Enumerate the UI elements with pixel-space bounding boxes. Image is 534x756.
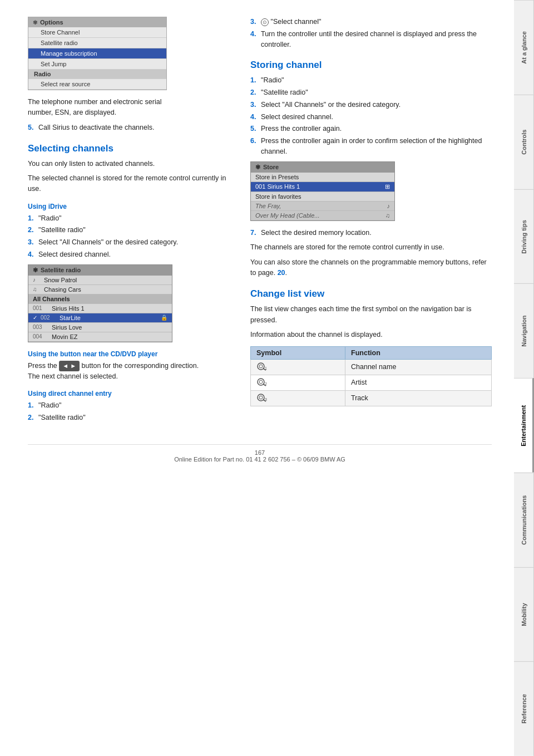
symbol-artist: 2 bbox=[251, 375, 345, 390]
change-list-para1: The list view changes each time the firs… bbox=[250, 304, 492, 326]
track-symbol-icon: 3 bbox=[256, 393, 268, 402]
satellite-radio-screenshot: ✾ Satellite radio ♪ Snow Patrol ♫ Chasin… bbox=[28, 264, 172, 342]
svg-point-1 bbox=[259, 365, 263, 368]
intro-step-5: 5. Call Sirius to deactivate the channel… bbox=[28, 122, 234, 133]
function-channel-name: Channel name bbox=[345, 359, 492, 375]
track-icon-store: ♫ bbox=[385, 212, 390, 219]
direct-step-2: 2. "Satellite radio" bbox=[28, 413, 234, 423]
selecting-channels-para1: You can only listen to activated channel… bbox=[28, 159, 234, 169]
page-number: 167 bbox=[255, 449, 265, 456]
menu-manage-subscription[interactable]: Manage subscription bbox=[28, 48, 166, 59]
store-step-1: 1. "Radio" bbox=[250, 75, 492, 86]
function-col-header: Function bbox=[345, 346, 492, 359]
store-title-bar: ✾ Store bbox=[251, 162, 394, 173]
symbol-col-header: Symbol bbox=[251, 346, 345, 359]
svg-text:3: 3 bbox=[265, 397, 267, 401]
tab-controls[interactable]: Controls bbox=[514, 95, 534, 189]
store-icon: ⊞ bbox=[385, 183, 390, 190]
using-button-heading: Using the button near the CD/DVD player bbox=[28, 350, 234, 358]
sat-all-channels: All Channels bbox=[28, 294, 172, 304]
menu-set-jump[interactable]: Set Jump bbox=[28, 59, 166, 70]
sat-channel-003[interactable]: 003 Sirius Love bbox=[28, 323, 172, 332]
stored-para: The channels are stored for the remote c… bbox=[250, 242, 492, 253]
idrive-step-4: 4. Select desired channel. bbox=[28, 249, 234, 260]
programmable-para: You can also store the channels on the p… bbox=[250, 257, 492, 279]
sat-title-bar: ✾ Satellite radio bbox=[28, 265, 172, 276]
svg-text:2: 2 bbox=[265, 382, 267, 386]
tab-mobility[interactable]: Mobility bbox=[514, 567, 534, 662]
storing-channel-heading: Storing channel bbox=[250, 60, 492, 71]
tab-at-a-glance[interactable]: At a glance bbox=[514, 0, 534, 95]
idrive-step-1: 1. "Radio" bbox=[28, 213, 234, 224]
right-step-3: 3. ⊙ "Select channel" bbox=[250, 17, 492, 27]
using-button-para: Press the ◄ ► button for the correspondi… bbox=[28, 361, 234, 382]
sat-channel-002[interactable]: ✓ 002 StarLite 🔒 bbox=[28, 313, 172, 323]
artist-symbol-icon: 2 bbox=[256, 377, 268, 386]
tab-reference[interactable]: Reference bbox=[514, 661, 534, 756]
right-step-7: 7. Select the desired memory location. bbox=[250, 228, 492, 238]
menu-store-channel[interactable]: Store Channel bbox=[28, 27, 166, 38]
right-top-steps: 3. ⊙ "Select channel" 4. Turn the contro… bbox=[250, 17, 492, 50]
tab-entertainment[interactable]: Entertainment bbox=[514, 378, 534, 473]
store-favorites-row[interactable]: Store in favorites bbox=[251, 192, 394, 202]
page-footer: 167 Online Edition for Part no. 01 41 2 … bbox=[28, 444, 492, 463]
menu-radio-section: Radio bbox=[28, 70, 166, 79]
bmw-sat-logo: ✾ bbox=[33, 267, 38, 274]
intro-paragraph: The telephone number and electronic seri… bbox=[28, 97, 234, 119]
idrive-step-3: 3. Select "All Channels" or the desired … bbox=[28, 237, 234, 248]
store-over-my-head-row: Over My Head (Cable... ♫ bbox=[251, 211, 394, 220]
track-icon: ♫ bbox=[33, 286, 41, 292]
select-channel-icon: ⊙ bbox=[261, 18, 269, 26]
check-icon: ✓ bbox=[33, 315, 37, 321]
storing-channel-steps: 1. "Radio" 2. "Satellite radio" 3. Selec… bbox=[250, 75, 492, 156]
store-step-2: 2. "Satellite radio" bbox=[250, 87, 492, 98]
using-direct-heading: Using direct channel entry bbox=[28, 390, 234, 397]
left-column: ✾ Options Store Channel Satellite radio … bbox=[28, 17, 234, 428]
symbol-function-table: Symbol Function 1 bbox=[250, 346, 492, 406]
tab-navigation[interactable]: Navigation bbox=[514, 283, 534, 378]
table-row: 2 Artist bbox=[251, 375, 492, 390]
tab-communications[interactable]: Communications bbox=[514, 473, 534, 567]
function-track: Track bbox=[345, 390, 492, 406]
footer-text: Online Edition for Part no. 01 41 2 602 … bbox=[174, 456, 345, 463]
right-step-4: 4. Turn the controller until the desired… bbox=[250, 29, 492, 50]
main-content: ✾ Options Store Channel Satellite radio … bbox=[0, 0, 514, 485]
store-presets-row[interactable]: Store in Presets bbox=[251, 173, 394, 182]
intro-steps: 5. Call Sirius to deactivate the channel… bbox=[28, 122, 234, 133]
store-screen-screenshot: ✾ Store Store in Presets 001 Sirius Hits… bbox=[250, 161, 395, 221]
artist-icon-store: ♪ bbox=[387, 203, 390, 209]
sat-channel-004[interactable]: 004 Movin EZ bbox=[28, 332, 172, 342]
menu-satellite-radio[interactable]: Satellite radio bbox=[28, 38, 166, 48]
idrive-step-2: 2. "Satellite radio" bbox=[28, 225, 234, 235]
table-row: 1 Channel name bbox=[251, 359, 492, 375]
store-sirius-hits-row[interactable]: 001 Sirius Hits 1 ⊞ bbox=[251, 182, 394, 192]
svg-point-9 bbox=[259, 396, 263, 399]
step7-list: 7. Select the desired memory location. bbox=[250, 228, 492, 238]
two-column-layout: ✾ Options Store Channel Satellite radio … bbox=[28, 17, 492, 428]
options-title-bar: ✾ Options bbox=[28, 17, 166, 27]
bmw-logo-icon: ✾ bbox=[33, 19, 37, 26]
direct-step-1: 1. "Radio" bbox=[28, 400, 234, 411]
store-fray-row: The Fray, ♪ bbox=[251, 202, 394, 211]
selecting-channels-para2: The selected channel is stored for the r… bbox=[28, 173, 234, 195]
change-list-view-heading: Change list view bbox=[250, 288, 492, 300]
tab-driving-tips[interactable]: Driving tips bbox=[514, 189, 534, 284]
sat-snow-patrol[interactable]: ♪ Snow Patrol bbox=[28, 276, 172, 285]
using-idrive-steps: 1. "Radio" 2. "Satellite radio" 3. Selec… bbox=[28, 213, 234, 260]
store-step-5: 5. Press the controller again. bbox=[250, 124, 492, 134]
options-menu-screenshot: ✾ Options Store Channel Satellite radio … bbox=[28, 17, 167, 90]
side-tabs: At a glance Controls Driving tips Naviga… bbox=[514, 0, 534, 756]
menu-select-rear-source[interactable]: Select rear source bbox=[28, 79, 166, 90]
symbol-track: 3 bbox=[251, 390, 345, 406]
right-column: 3. ⊙ "Select channel" 4. Turn the contro… bbox=[250, 17, 492, 428]
sat-chasing-cars[interactable]: ♫ Chasing Cars bbox=[28, 285, 172, 294]
artist-icon: ♪ bbox=[33, 277, 41, 283]
page-ref-link[interactable]: 20 bbox=[278, 269, 285, 277]
selecting-channels-heading: Selecting channels bbox=[28, 143, 234, 154]
store-step-3: 3. Select "All Channels" or the desired … bbox=[250, 100, 492, 110]
sat-channel-001[interactable]: 001 Sirius Hits 1 bbox=[28, 304, 172, 313]
symbol-channel-name: 1 bbox=[251, 359, 345, 375]
store-step-6: 6. Press the controller again in order t… bbox=[250, 136, 492, 157]
table-row: 3 Track bbox=[251, 390, 492, 406]
prev-next-button[interactable]: ◄ ► bbox=[59, 361, 80, 371]
